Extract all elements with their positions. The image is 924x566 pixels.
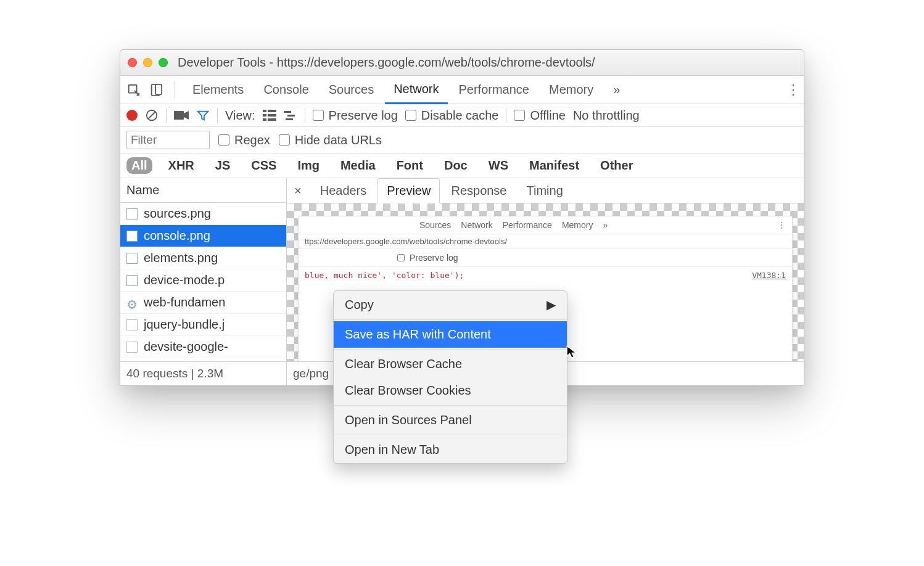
context-menu-item[interactable]: Copy▶ [334, 291, 567, 318]
type-filter-manifest[interactable]: Manifest [524, 157, 584, 174]
filter-icon[interactable] [196, 109, 210, 122]
request-row[interactable]: console.png [120, 225, 286, 247]
svg-rect-5 [174, 111, 184, 120]
subtab-response[interactable]: Response [442, 179, 515, 203]
disable-cache-checkbox[interactable]: Disable cache [405, 109, 499, 123]
preview-console-log-line: blue, much nice', 'color: blue'); VM138:… [299, 267, 792, 284]
regex-checkbox[interactable]: Regex [218, 133, 270, 147]
subtab-headers[interactable]: Headers [311, 179, 376, 203]
requests-summary: 40 requests | 2.3M [120, 361, 286, 385]
svg-rect-14 [286, 118, 293, 120]
large-rows-icon[interactable] [263, 110, 276, 121]
request-name: elements.png [144, 251, 218, 265]
separator [305, 108, 305, 123]
filter-input[interactable] [126, 131, 210, 149]
type-filter-css[interactable]: CSS [246, 157, 281, 174]
svg-rect-11 [268, 118, 276, 121]
tab-performance[interactable]: Performance [450, 76, 538, 103]
tab-elements[interactable]: Elements [184, 76, 252, 103]
offline-checkbox[interactable]: Offline [514, 109, 565, 123]
network-toolbar: View: Preserve log Disable cache Offline… [120, 104, 804, 127]
request-name: web-fundamen [144, 295, 225, 310]
preview-console-preserve-log: Preserve log [397, 253, 458, 263]
device-toolbar-icon[interactable] [146, 80, 166, 100]
overflow-tabs-button[interactable]: » [604, 76, 629, 103]
type-filter-doc[interactable]: Doc [439, 157, 472, 174]
preview-console-overflow: » [603, 220, 608, 230]
throttling-select[interactable]: No throttling [573, 109, 640, 123]
subtab-preview[interactable]: Preview [377, 178, 440, 203]
subtab-timing[interactable]: Timing [518, 179, 572, 203]
request-name: sources.png [144, 207, 211, 221]
type-filter-all[interactable]: All [126, 157, 152, 174]
devtools-menu-icon[interactable]: ⋮ [786, 82, 800, 98]
context-menu-label: Save as HAR with Content [345, 327, 491, 342]
type-filter-js[interactable]: JS [210, 157, 235, 174]
request-row[interactable]: elements.png [120, 247, 286, 269]
context-menu-item[interactable]: Save as HAR with Content [334, 321, 567, 348]
svg-line-4 [149, 112, 155, 119]
zoom-window-button[interactable] [159, 58, 168, 67]
preview-console-tab-performance: Performance [503, 220, 552, 230]
devtools-tabstrip: ElementsConsoleSourcesNetworkPerformance… [120, 76, 804, 104]
separator [334, 319, 567, 320]
tab-console[interactable]: Console [255, 76, 317, 103]
svg-rect-6 [263, 110, 266, 112]
svg-rect-2 [155, 84, 162, 94]
traffic-lights [128, 58, 168, 67]
close-window-button[interactable] [128, 58, 137, 67]
type-filter-font[interactable]: Font [392, 157, 428, 174]
context-menu-item[interactable]: Clear Browser Cache [334, 351, 567, 377]
name-column-header[interactable]: Name [120, 178, 286, 203]
detail-subtabs: × HeadersPreviewResponseTiming [287, 178, 804, 203]
tab-memory[interactable]: Memory [540, 76, 602, 103]
type-filter-xhr[interactable]: XHR [163, 157, 199, 174]
clear-icon[interactable] [145, 109, 159, 122]
type-filter-media[interactable]: Media [336, 157, 381, 174]
request-list: sources.pngconsole.pngelements.pngdevice… [120, 203, 286, 361]
name-column: Name sources.pngconsole.pngelements.pngd… [120, 178, 287, 385]
request-name: console.png [144, 229, 210, 243]
context-menu-item[interactable]: Clear Browser Cookies [334, 377, 567, 404]
tab-network[interactable]: Network [385, 76, 447, 104]
camera-icon[interactable] [174, 110, 189, 121]
image-file-icon [126, 275, 138, 286]
request-row[interactable]: devsite-google- [120, 336, 286, 358]
devtools-window: Developer Tools - https://developers.goo… [120, 49, 804, 386]
waterfall-icon[interactable] [284, 110, 297, 121]
hide-data-urls-checkbox[interactable]: Hide data URLs [279, 133, 382, 147]
context-menu: Copy▶Save as HAR with ContentClear Brows… [333, 290, 567, 464]
svg-rect-10 [263, 118, 266, 121]
context-menu-label: Clear Browser Cache [345, 357, 462, 371]
separator [334, 435, 567, 435]
record-button[interactable] [126, 110, 138, 121]
preserve-log-checkbox[interactable]: Preserve log [313, 109, 398, 123]
svg-rect-7 [268, 110, 276, 112]
tab-sources[interactable]: Sources [320, 76, 382, 103]
context-menu-item[interactable]: Open in New Tab [334, 437, 567, 463]
context-menu-item[interactable]: Open in Sources Panel [334, 407, 567, 433]
close-detail-button[interactable]: × [287, 179, 309, 203]
request-name: device-mode.p [144, 273, 225, 287]
preview-console-tabs: Sources Network Performance Memory » ⋮ [299, 216, 792, 234]
type-filter-other[interactable]: Other [595, 157, 638, 174]
type-filter-ws[interactable]: WS [484, 157, 513, 174]
image-file-icon [126, 231, 138, 242]
separator [217, 108, 218, 123]
preview-console-tab-sources: Sources [419, 220, 451, 230]
separator [334, 405, 567, 406]
minimize-window-button[interactable] [143, 58, 152, 67]
window-title: Developer Tools - https://developers.goo… [178, 55, 796, 70]
script-file-icon [126, 342, 138, 353]
context-menu-label: Copy [345, 298, 374, 312]
preview-console-url: ttps://developers.google.com/web/tools/c… [299, 234, 792, 249]
script-file-icon [126, 319, 138, 330]
request-row[interactable]: sources.png [120, 203, 286, 225]
image-file-icon [126, 208, 138, 219]
request-row[interactable]: device-mode.p [120, 269, 286, 292]
request-row[interactable]: ⚙web-fundamen [120, 292, 286, 314]
context-menu-label: Open in Sources Panel [345, 413, 472, 427]
inspect-element-icon[interactable] [124, 80, 144, 100]
request-row[interactable]: jquery-bundle.j [120, 314, 286, 336]
type-filter-img[interactable]: Img [292, 157, 324, 174]
